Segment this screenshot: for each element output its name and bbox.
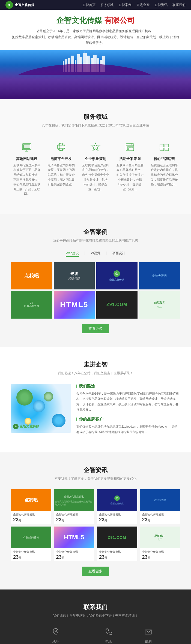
navigation: 企智文化传媒 企智首页 服务领域 企智案例 走进企智 企智资讯 联系我们	[0, 0, 191, 10]
case-item-8[interactable]: 品汇化工 化工	[139, 291, 180, 318]
service-item-brand: 企业形象策划 互联网平台用户品牌客户品牌精心整合，向各行业提供专业企业形象设计，…	[80, 136, 111, 201]
hero-header: 企智文化传媒 有限公司 公司创立于2016年，是一家致力于品牌网络数字创意品牌服…	[0, 10, 191, 46]
svg-rect-30	[131, 147, 133, 148]
case-item-1[interactable]: 点我吧	[11, 262, 52, 289]
news-thumb-6: HTML5	[54, 527, 94, 548]
logo[interactable]: 企智文化传媒	[5, 1, 34, 9]
service-name-5: 粉心品牌运营	[150, 156, 179, 161]
svg-rect-35	[160, 148, 164, 151]
website-icon	[20, 140, 34, 154]
case-filter: Web建设 | VI视觉 | 平面设计	[11, 251, 180, 257]
news-item-4[interactable]: 企智大视界 企智文化传媒资讯 23月	[140, 489, 180, 524]
case-item-6[interactable]: HTML5	[54, 291, 95, 318]
filter-web[interactable]: Web建设	[66, 251, 79, 257]
filter-design[interactable]: 平面设计	[112, 251, 125, 257]
svg-point-38	[55, 630, 56, 632]
service-desc-5: 短视频运营互联网平台进行内容推广，提供精准的客户群体分发，深度推广品牌传播，增强…	[150, 163, 179, 187]
news-thumb-7: Z91.COM	[97, 527, 137, 548]
services-subtitle: 八年在积淀，我们坚信任何下累累硕果/成立于2016年/委托过百家企业单位	[11, 123, 180, 128]
case-item-3[interactable]: 企 企智文化传媒	[96, 262, 138, 289]
activity-icon	[123, 140, 137, 154]
case-item-4[interactable]: 企智大视界	[139, 262, 180, 289]
about-brand-desc: 我们优秀客户品牌包括食品品牌百21cfood.cn，集聚于各行业cfood.cn…	[76, 424, 180, 435]
news-view-more[interactable]: 查看更多	[82, 567, 109, 576]
nav-services[interactable]: 服务领域	[100, 3, 114, 7]
services-grid: 高端网站建设 互联网行业进入多年在服务于下面，品牌网站解决方案推进，互联网行业发…	[11, 136, 180, 201]
contact-subtitle: 我们诚信！八年更感谢，我们坚信走下去！开不更多精诚！	[11, 613, 180, 618]
svg-rect-31	[127, 149, 129, 150]
news-thumb-3: 企企智文化传媒	[97, 489, 137, 511]
nav-about[interactable]: 走进企智	[136, 3, 150, 7]
svg-rect-14	[85, 51, 85, 55]
news-thumb-4: 企智大视界	[140, 489, 180, 511]
phone-icon	[103, 626, 114, 637]
about-image: 企 企智文化传媒	[11, 384, 71, 433]
address-icon	[50, 626, 61, 637]
news-title: 企智资讯	[11, 466, 180, 474]
about-road-title: 我们路途	[76, 384, 180, 389]
service-name-1: 高端网站建设	[12, 156, 41, 161]
ecommerce-icon	[54, 140, 68, 154]
filter-divider2: |	[106, 251, 107, 257]
contact-info: 地址 中华 量化传培理1级传位名 联系我们位线传 电话 0571-8118930…	[11, 626, 180, 644]
service-item-operations: 粉心品牌运营 短视频运营互联网平台进行内容推广，提供精准的客户群体分发，深度推广…	[148, 136, 180, 201]
news-item-7[interactable]: Z91.COM 企智文化传媒资讯 23月	[97, 527, 137, 561]
news-grid: 点我吧 企智文化传媒资讯 23月 企智文化传媒资讯 企智文化传媒资讯企智文化传媒…	[11, 489, 180, 561]
brand-icon	[89, 140, 102, 154]
case-item-2[interactable]: 光线 光线传媒	[54, 262, 95, 289]
service-item-ecommerce: 电商平台开发 电子商务业内多年的发展，互联网上的网站系统，精心开发企业应用，深入…	[45, 136, 77, 201]
cases-subtitle: 我们手持高端品牌数字化思维走进思路里的互联网推广机构	[11, 238, 180, 243]
contact-address: 地址 中华 量化传培理1级传位名 联系我们位线传	[27, 626, 84, 644]
news-item-1[interactable]: 点我吧 企智文化传媒资讯 23月	[11, 489, 51, 524]
about-section: 走进企智 我们热诚！八年在坚持，我们坚信走下去累累硕果！ 企 企智文化传媒 我们…	[0, 347, 191, 453]
nav-links: 企智首页 服务领域 企智案例 走进企智 企智资讯 联系我们	[82, 3, 186, 7]
hero-desc: 公司创立于2016年，是一家致力于品牌网络数字创意品牌服务的互联网推广机构， 把…	[11, 28, 180, 46]
service-desc-1: 互联网行业进入多年在服务于下面，品牌网站解决方案推进，互联网行业发展快，我们帮助…	[12, 163, 41, 196]
email-icon	[143, 626, 154, 637]
news-item-5[interactable]: 21食品商务网 企智文化传媒资讯 23月	[11, 527, 51, 561]
svg-rect-28	[127, 147, 129, 148]
news-thumb-8: 品汇化工 化工	[140, 527, 180, 548]
news-thumb-5: 21食品商务网	[11, 527, 51, 548]
about-subtitle: 我们热诚！八年在坚持，我们坚信走下去累累硕果！	[11, 371, 180, 376]
filter-divider1: |	[84, 251, 85, 257]
news-item-2[interactable]: 企智文化传媒资讯 企智文化传媒资讯企智文化传媒资讯企智文化传媒 企智文化传媒资讯…	[54, 489, 94, 524]
nav-contact[interactable]: 联系我们	[172, 3, 186, 7]
news-thumb-2: 企智文化传媒资讯 企智文化传媒资讯企智文化传媒资讯企智文化传媒	[54, 489, 94, 511]
about-road-desc: 公司创立于2016年，是一家致力于品牌网络数字创意品牌服务的互联网推广机构，把控…	[76, 391, 180, 413]
contact-title: 联系我们	[11, 603, 180, 611]
about-title: 走进企智	[11, 361, 180, 369]
service-desc-2: 电子商务业内多年的发展，互联网上的网站系统，精心开发企业应用，深入网站设计提供完…	[47, 163, 76, 187]
news-item-3[interactable]: 企企智文化传媒 企智文化传媒资讯 23月	[97, 489, 137, 524]
nav-cases[interactable]: 企智案例	[118, 3, 132, 7]
about-text: 我们路途 公司创立于2016年，是一家致力于品牌网络数字创意品牌服务的互联网推广…	[76, 384, 180, 439]
filter-vi[interactable]: VI视觉	[91, 251, 100, 257]
nav-news[interactable]: 企智资讯	[154, 3, 168, 7]
news-thumb-1: 点我吧	[11, 489, 51, 511]
svg-marker-25	[91, 143, 100, 151]
case-item-7[interactable]: Z91.COM	[96, 291, 138, 318]
service-item-activity: 活动全案策划 互联网平台用户品牌客户品牌精心整合，向各行业提供专业企业形象设计，…	[114, 136, 146, 201]
cases-section: 企智案例 我们手持高端品牌数字化思维走进思路里的互联网推广机构 Web建设 | …	[0, 214, 191, 347]
svg-rect-37	[165, 148, 169, 151]
case-item-5[interactable]: 21 21食品商务网	[11, 291, 52, 318]
contact-email: 邮箱 web@ezwi.com 18157121234@qq.com	[133, 626, 164, 644]
news-item-8[interactable]: 品汇化工 化工 企智文化传媒资讯 23月	[140, 527, 180, 561]
svg-rect-34	[160, 144, 164, 147]
svg-rect-17	[23, 145, 30, 149]
news-subtitle: 不要犹豫！了解更多，关于我们更多显著和您的更多代化	[11, 476, 180, 481]
news-section: 企智资讯 不要犹豫！了解更多，关于我们更多显著和您的更多代化 点我吧 企智文化传…	[0, 452, 191, 589]
contact-section: 联系我们 我们诚信！八年更感谢，我们坚信走下去！开不更多精诚！ 地址 中华 量化…	[0, 589, 191, 644]
about-brand-title: 你的品牌客户	[76, 417, 180, 422]
svg-rect-29	[129, 147, 131, 148]
svg-rect-36	[165, 144, 169, 147]
contact-phone: 电话 0571-81189305 0571-53189819	[98, 626, 119, 644]
service-desc-3: 互联网平台用户品牌客户品牌精心整合，向各行业提供专业企业形象设计，包括logo设…	[81, 163, 110, 192]
services-title: 服务领域	[11, 113, 180, 121]
operations-icon	[157, 140, 171, 154]
cases-view-more[interactable]: 查看更多	[82, 324, 109, 333]
nav-home[interactable]: 企智首页	[82, 3, 96, 7]
cases-title: 企智案例	[11, 228, 180, 236]
service-desc-4: 互联网平台用户品牌客户品牌精心整合，向各行业提供专业企业形象设计，包括logo设…	[115, 163, 144, 192]
news-item-6[interactable]: HTML5 企智文化传媒资讯 23月	[54, 527, 94, 561]
